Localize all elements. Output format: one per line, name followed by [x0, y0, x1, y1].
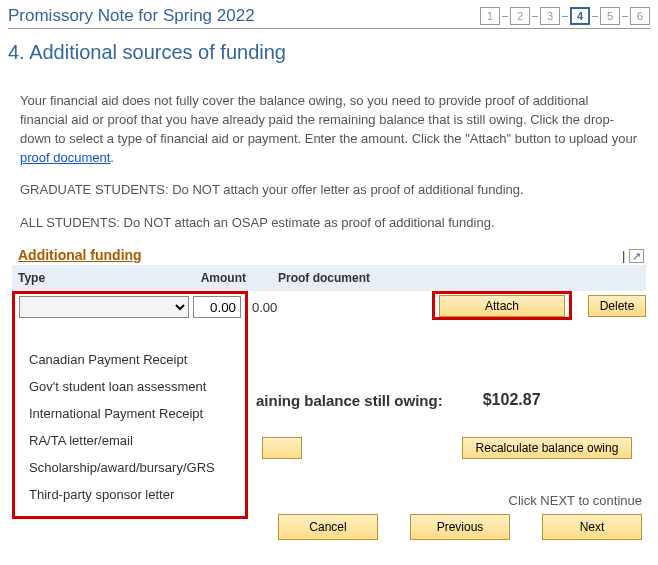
dropdown-option[interactable]: Scholarship/award/bursary/GRS	[27, 454, 233, 481]
step-4[interactable]: 4	[570, 7, 590, 25]
dropdown-option[interactable]: Third-party sponsor letter	[27, 481, 233, 508]
col-type: Type	[12, 265, 194, 291]
step-5[interactable]: 5	[600, 7, 620, 25]
next-button[interactable]: Next	[542, 514, 642, 540]
panel-actions: | ↗	[622, 248, 650, 263]
balance-row: aining balance still owing: $102.87	[256, 391, 650, 409]
dropdown-option[interactable]: Canadian Payment Receipt	[27, 346, 233, 373]
dropdown-option[interactable]: RA/TA letter/email	[27, 427, 233, 454]
popout-icon[interactable]: ↗	[629, 249, 644, 263]
balance-value: $102.87	[483, 391, 541, 409]
type-dropdown-highlight: Canadian Payment Receipt Gov't student l…	[12, 291, 248, 519]
step-6[interactable]: 6	[630, 7, 650, 25]
page-title: Promissory Note for Spring 2022	[8, 6, 255, 26]
dropdown-option[interactable]: International Payment Receipt	[27, 400, 233, 427]
cancel-button[interactable]: Cancel	[278, 514, 378, 540]
intro-paragraph-1: Your financial aid does not fully cover …	[20, 92, 638, 167]
recalculate-button[interactable]: Recalculate balance owing	[462, 437, 632, 459]
delete-button[interactable]: Delete	[588, 295, 646, 317]
col-proof: Proof document	[272, 265, 442, 291]
attach-button[interactable]: Attach	[439, 295, 565, 317]
step-2[interactable]: 2	[510, 7, 530, 25]
intro-paragraph-3: ALL STUDENTS: Do NOT attach an OSAP esti…	[20, 214, 638, 233]
step-1[interactable]: 1	[480, 7, 500, 25]
additional-funding-heading: Additional funding	[18, 247, 142, 263]
add-row-button[interactable]	[262, 437, 302, 459]
col-amount: Amount	[194, 265, 252, 291]
dropdown-option[interactable]: Gov't student loan assessment	[27, 373, 233, 400]
table-row: 0.00 Attach Delete	[248, 291, 650, 327]
attach-highlight: Attach	[432, 291, 572, 320]
section-heading: 4. Additional sources of funding	[8, 41, 650, 64]
step-3[interactable]: 3	[540, 7, 560, 25]
dropdown-option-blank[interactable]	[27, 330, 233, 346]
step-indicator: 1 2 3 4 5 6	[480, 7, 650, 25]
amount-input[interactable]	[193, 296, 241, 318]
previous-button[interactable]: Previous	[410, 514, 510, 540]
type-dropdown-list: Canadian Payment Receipt Gov't student l…	[19, 322, 241, 514]
intro-paragraph-2: GRADUATE STUDENTS: Do NOT attach your of…	[20, 181, 638, 200]
amount-overflow: 0.00	[248, 298, 258, 315]
type-select[interactable]	[19, 296, 189, 318]
table-header: Type Amount Proof document	[12, 265, 646, 291]
proof-document-link[interactable]: proof document	[20, 150, 110, 165]
balance-label: aining balance still owing:	[256, 392, 443, 409]
